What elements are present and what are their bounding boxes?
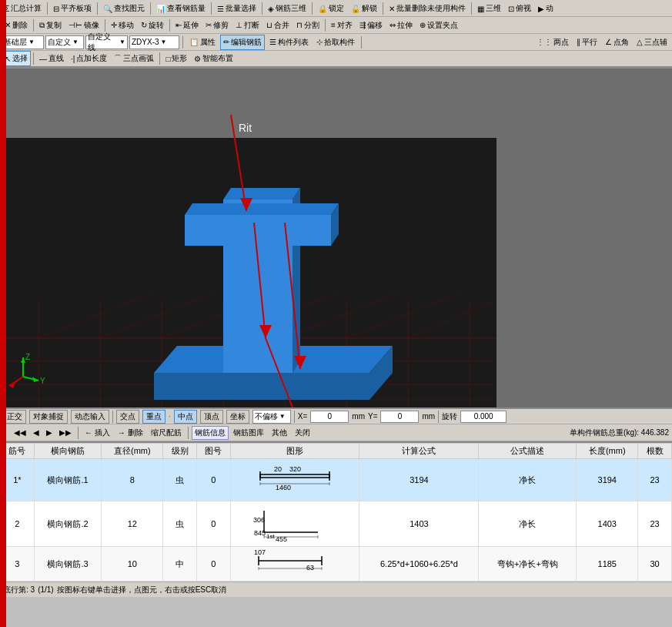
layer-line-dropdown[interactable]: 自定义线 ▼ xyxy=(85,35,128,49)
rebar-figure-2: 306 845 455 1st xyxy=(252,503,337,543)
other-tab[interactable]: 其他 xyxy=(269,426,290,440)
extend-btn[interactable]: ⇤ 延伸 xyxy=(172,18,202,33)
status-sep3 xyxy=(438,411,439,423)
two-point-icon: ⋮⋮ xyxy=(537,38,552,46)
properties-icon: 📋 xyxy=(189,38,199,46)
scale-rebar-btn[interactable]: 缩尺配筋 xyxy=(148,426,185,440)
3d-view-btn[interactable]: ▦ 三维 xyxy=(474,1,504,16)
status-sep2 xyxy=(294,411,295,423)
sep11 xyxy=(169,19,170,32)
arc-icon: ⌒ xyxy=(114,53,122,64)
offset-dropdown[interactable]: 不偏移 ▼ xyxy=(252,410,291,424)
snap-btn[interactable]: 对象捕捉 xyxy=(29,410,68,424)
coords-btn[interactable]: 坐标 xyxy=(226,410,249,424)
two-point-btn[interactable]: ⋮⋮ 两点 xyxy=(533,35,572,50)
sep2 xyxy=(97,2,98,15)
layer-type-dropdown[interactable]: 自定义 ▼ xyxy=(45,35,84,49)
flat-plate-btn[interactable]: ⊟ 平齐板项 xyxy=(50,1,95,16)
batch-delete-btn[interactable]: ✕ 批量删除未使用构件 xyxy=(386,1,469,16)
split-btn[interactable]: ⊓ 分割 xyxy=(293,18,323,33)
layer-type-arrow: ▼ xyxy=(72,39,79,45)
sep3 xyxy=(150,2,151,15)
smart-layout-icon: ⚙ xyxy=(194,55,201,63)
animate-btn[interactable]: ▶ 动 xyxy=(535,1,557,16)
offset-btn[interactable]: ⇶ 偏移 xyxy=(356,18,386,33)
ortho-btn[interactable]: 正交 xyxy=(3,410,26,424)
rotate-icon: ↻ xyxy=(141,21,147,29)
insert-btn[interactable]: ← 插入 xyxy=(82,426,113,440)
intersection-btn[interactable]: 交点 xyxy=(116,410,139,424)
summary-calc-btn[interactable]: Σ 汇总计算 xyxy=(2,1,45,16)
three-point-arc-btn[interactable]: ⌒ 三点画弧 xyxy=(111,51,157,66)
dynamic-input-btn[interactable]: 动态输入 xyxy=(71,410,109,424)
status-sep1 xyxy=(112,411,113,423)
prev-btn[interactable]: ◀ xyxy=(30,426,42,440)
svg-rect-49 xyxy=(260,474,329,478)
rebar-info-tab[interactable]: 钢筋信息 xyxy=(192,426,229,440)
zdyx-arrow: ▼ xyxy=(161,39,167,45)
delete-row-btn[interactable]: → 删除 xyxy=(115,426,146,440)
edit-rebar-btn[interactable]: ✏ 编辑钢筋 xyxy=(220,35,265,50)
col-name: 横向钢筋 xyxy=(34,444,102,459)
unlock-btn[interactable]: 🔓 解锁 xyxy=(348,1,380,16)
zdyx-dropdown[interactable]: ZDYX-3 ▼ xyxy=(129,35,179,49)
center-btn[interactable]: 中点 xyxy=(174,410,197,424)
line-btn[interactable]: — 直线 xyxy=(36,51,67,66)
properties-btn[interactable]: 📋 属性 xyxy=(186,35,219,50)
rebar-3d-btn[interactable]: ◈ 钢筋三维 xyxy=(265,1,309,16)
point-length-btn[interactable]: ·| 点加长度 xyxy=(68,51,110,66)
parallel-btn[interactable]: ∥ 平行 xyxy=(573,35,600,50)
cell-desc: 弯钩+净长+弯钩 xyxy=(479,547,577,582)
close-tab[interactable]: 关闭 xyxy=(292,426,313,440)
svg-text:63: 63 xyxy=(306,564,314,572)
find-element-btn[interactable]: 🔍 查找图元 xyxy=(100,1,148,16)
3d-viewport[interactable]: Z Y Rit xyxy=(0,69,672,407)
svg-text:306: 306 xyxy=(253,516,265,524)
cell-formula: 1403 xyxy=(359,501,479,547)
x-input[interactable] xyxy=(310,411,349,423)
y-label: Y= xyxy=(368,412,378,421)
layer-dropdown[interactable]: 基础层 ▼ xyxy=(2,35,44,49)
top-view-icon: ⊡ xyxy=(508,5,514,13)
svg-text:Z: Z xyxy=(25,353,30,361)
rotate-input[interactable] xyxy=(460,411,507,423)
cell-figure-no: 0 xyxy=(196,547,230,582)
trim-btn[interactable]: ✂ 修剪 xyxy=(202,18,232,33)
set-grip-btn[interactable]: ⊕ 设置夹点 xyxy=(416,18,461,33)
table-row[interactable]: 1* 横向钢筋.1 8 虫 0 20 320 xyxy=(1,459,672,501)
pick-component-btn[interactable]: ⊹ 拾取构件 xyxy=(313,35,358,50)
rectangle-btn[interactable]: □ 矩形 xyxy=(162,51,190,66)
lock-btn[interactable]: 🔒 锁定 xyxy=(315,1,347,16)
stretch-btn[interactable]: ⇔ 拉伸 xyxy=(386,18,416,33)
component-list-btn[interactable]: ☰ 构件列表 xyxy=(266,35,312,50)
last-page-btn[interactable]: ▶▶ xyxy=(56,426,75,440)
midpoint-btn[interactable]: 重点 xyxy=(142,410,165,424)
break-btn[interactable]: ⊥ 打断 xyxy=(232,18,262,33)
view-rebar-qty-btn[interactable]: 📊 查看钢筋量 xyxy=(153,1,209,16)
bottom-hint: 按图标右键单击进择，点图元，右击或按ESC取消 xyxy=(57,585,227,595)
angle-point-btn[interactable]: ∠ 点角 xyxy=(602,35,632,50)
rotate-btn[interactable]: ↻ 旋转 xyxy=(138,18,167,33)
edit-rebar-icon: ✏ xyxy=(223,38,229,46)
mirror-btn[interactable]: ⊣⊢ 镜像 xyxy=(65,18,102,33)
rebar-library-tab[interactable]: 钢筋图库 xyxy=(230,426,267,440)
smart-layout-btn[interactable]: ⚙ 智能布置 xyxy=(191,51,236,66)
y-input[interactable] xyxy=(380,411,419,423)
merge-icon: ⊔ xyxy=(266,21,272,29)
cmd-sep1 xyxy=(78,427,79,439)
align-btn[interactable]: ≡ 对齐 xyxy=(328,18,356,33)
three-point-aux-btn[interactable]: △ 三点辅 xyxy=(634,35,670,50)
move-btn[interactable]: ✛ 移动 xyxy=(108,18,137,33)
next-btn[interactable]: ▶ xyxy=(43,426,55,440)
table-row[interactable]: 3 横向钢筋.3 10 中 0 107 63 xyxy=(1,547,672,582)
top-view-btn[interactable]: ⊡ 俯视 xyxy=(505,1,534,16)
batch-select-btn[interactable]: ☰ 批量选择 xyxy=(214,1,259,16)
cell-diameter: 12 xyxy=(102,501,163,547)
vertex-btn[interactable]: 顶点 xyxy=(200,410,223,424)
table-row[interactable]: 2 横向钢筋.2 12 虫 0 306 845 455 xyxy=(1,501,672,547)
copy-btn[interactable]: ⧉ 复制 xyxy=(36,18,65,33)
sep8 xyxy=(471,2,472,15)
cell-figure-no: 0 xyxy=(196,501,230,547)
merge-btn[interactable]: ⊔ 合并 xyxy=(263,18,293,33)
first-page-btn[interactable]: ◀◀ xyxy=(11,426,29,440)
